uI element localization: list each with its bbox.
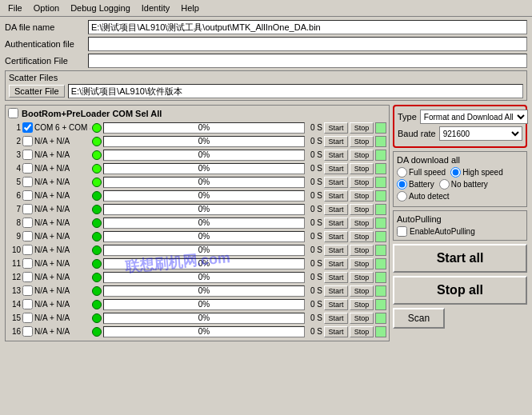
menu-help[interactable]: Help: [176, 2, 204, 14]
port-start-button[interactable]: Start: [324, 217, 348, 229]
port-start-button[interactable]: Start: [324, 272, 348, 283]
port-stop-button[interactable]: Stop: [350, 136, 374, 147]
port-checkbox[interactable]: [22, 204, 33, 214]
port-start-button[interactable]: Start: [324, 231, 348, 242]
full-speed-radio-label[interactable]: Full speed: [397, 167, 446, 178]
stop-all-button[interactable]: Stop all: [393, 276, 527, 305]
port-start-button[interactable]: Start: [324, 150, 348, 161]
port-progress-bar: 0%: [103, 258, 305, 269]
port-row: 15 N/A + N/A 0% 0 S Start Stop: [8, 311, 386, 325]
high-speed-label: High speed: [462, 168, 503, 177]
port-row: 4 N/A + N/A 0% 0 S Start Stop: [8, 162, 386, 175]
port-checkbox[interactable]: [22, 136, 33, 146]
port-checkbox[interactable]: [22, 313, 33, 323]
start-all-button[interactable]: Start all: [393, 244, 527, 273]
baud-select[interactable]: 921600 460800 230400 115200: [439, 126, 522, 141]
battery-label: Battery: [409, 180, 434, 189]
no-battery-label: No battery: [451, 180, 488, 189]
menu-identity[interactable]: Identity: [137, 2, 174, 14]
port-stop-button[interactable]: Stop: [350, 217, 374, 229]
port-start-button[interactable]: Start: [324, 299, 348, 310]
no-battery-radio[interactable]: [439, 179, 450, 190]
auto-detect-radio[interactable]: [397, 191, 407, 202]
port-stop-button[interactable]: Stop: [350, 313, 374, 324]
high-speed-radio[interactable]: [450, 167, 461, 178]
port-checkbox[interactable]: [22, 177, 33, 187]
port-checkbox[interactable]: [22, 122, 33, 133]
port-checkbox[interactable]: [22, 190, 33, 201]
body-section: 联想刷机网.com BootRom+PreLoader COM Sel All …: [5, 105, 527, 341]
scatter-file-input[interactable]: [68, 84, 523, 98]
scatter-section: Scatter Files Scatter File: [5, 70, 527, 101]
full-speed-radio[interactable]: [397, 167, 407, 178]
port-stop-button[interactable]: Stop: [350, 204, 374, 215]
enable-autopulling-checkbox[interactable]: [397, 226, 407, 237]
port-status-box: [375, 231, 386, 242]
enable-autopulling-text: EnableAutoPulling: [410, 227, 475, 236]
port-stop-button[interactable]: Stop: [350, 150, 374, 161]
menu-file[interactable]: File: [3, 2, 27, 14]
high-speed-radio-label[interactable]: High speed: [450, 167, 503, 178]
port-start-button[interactable]: Start: [324, 163, 348, 174]
port-checkbox[interactable]: [22, 285, 33, 296]
scan-button[interactable]: Scan: [393, 308, 445, 329]
type-select[interactable]: Format and Download All Download Only Fo…: [420, 110, 528, 124]
port-stop-button[interactable]: Stop: [350, 122, 374, 134]
port-start-button[interactable]: Start: [324, 136, 348, 147]
port-start-button[interactable]: Start: [324, 326, 348, 337]
port-stop-button[interactable]: Stop: [350, 163, 374, 174]
port-stop-button[interactable]: Stop: [350, 272, 374, 283]
port-checkbox[interactable]: [22, 150, 33, 160]
enable-autopulling-label[interactable]: EnableAutoPulling: [397, 226, 523, 237]
battery-radio-label[interactable]: Battery: [397, 179, 434, 190]
port-start-button[interactable]: Start: [324, 204, 348, 215]
port-stop-button[interactable]: Stop: [350, 231, 374, 242]
port-row: 10 N/A + N/A 0% 0 S Start Stop: [8, 243, 386, 257]
port-led: [92, 178, 102, 187]
port-stop-button[interactable]: Stop: [350, 299, 374, 310]
port-stop-button[interactable]: Stop: [350, 258, 374, 269]
da-file-label: DA file name: [5, 22, 85, 32]
menu-debug-logging[interactable]: Debug Logging: [66, 2, 135, 14]
port-stop-button[interactable]: Stop: [350, 177, 374, 188]
cert-file-input[interactable]: [88, 54, 527, 68]
port-row: 2 N/A + N/A 0% 0 S Start Stop: [8, 134, 386, 148]
port-stop-button[interactable]: Stop: [350, 285, 374, 297]
port-start-button[interactable]: Start: [324, 177, 348, 188]
port-progress-text: 0%: [198, 191, 210, 200]
port-progress-bar: 0%: [103, 163, 305, 174]
port-start-button[interactable]: Start: [324, 190, 348, 202]
battery-radio[interactable]: [397, 179, 407, 190]
no-battery-radio-label[interactable]: No battery: [439, 179, 488, 190]
port-number: 1: [8, 123, 21, 132]
port-checkbox[interactable]: [22, 258, 33, 269]
port-stop-button[interactable]: Stop: [350, 190, 374, 202]
port-checkbox[interactable]: [22, 299, 33, 309]
port-stop-button[interactable]: Stop: [350, 245, 374, 256]
da-file-input[interactable]: [88, 20, 527, 34]
port-start-button[interactable]: Start: [324, 258, 348, 269]
port-status-box: [375, 217, 386, 229]
auto-detect-radio-label[interactable]: Auto detect: [397, 191, 450, 202]
port-start-button[interactable]: Start: [324, 245, 348, 256]
auth-file-label: Authentication file: [5, 39, 85, 49]
auth-file-input[interactable]: [88, 37, 527, 51]
port-checkbox[interactable]: [22, 245, 33, 255]
scatter-file-button[interactable]: Scatter File: [9, 85, 65, 98]
port-start-button[interactable]: Start: [324, 122, 348, 134]
port-start-button[interactable]: Start: [324, 285, 348, 297]
port-checkbox[interactable]: [22, 217, 33, 228]
port-checkbox[interactable]: [22, 163, 33, 174]
port-stop-button[interactable]: Stop: [350, 326, 374, 337]
port-progress-bar: 0%: [103, 299, 305, 310]
com-sel-all-checkbox[interactable]: [8, 108, 18, 118]
menu-option[interactable]: Option: [29, 2, 64, 14]
port-checkbox[interactable]: [22, 272, 33, 282]
port-progress-bar: 0%: [103, 190, 305, 202]
port-checkbox[interactable]: [22, 326, 33, 337]
port-row: 12 N/A + N/A 0% 0 S Start Stop: [8, 270, 386, 284]
port-name: COM 6 + COM 3: [34, 123, 90, 132]
port-start-button[interactable]: Start: [324, 313, 348, 324]
port-status-box: [375, 177, 386, 188]
port-checkbox[interactable]: [22, 231, 33, 241]
